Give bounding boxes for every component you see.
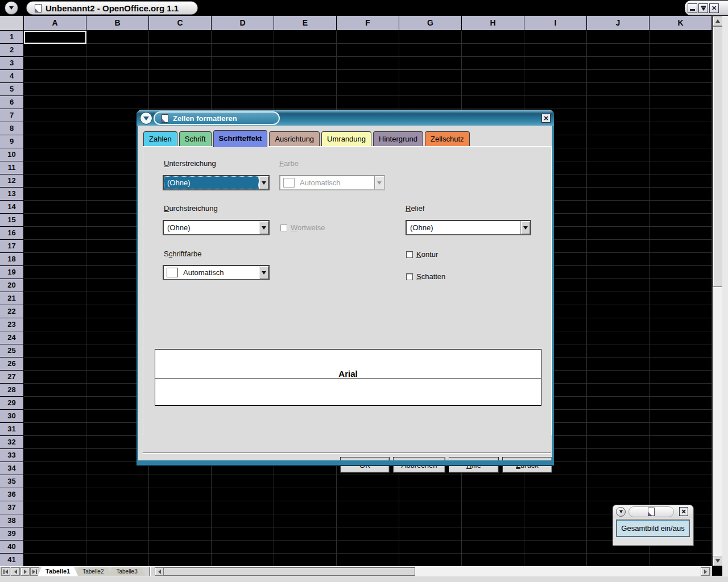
row-header-12[interactable]: 12: [0, 174, 24, 188]
gesamtbild-toggle-button[interactable]: Gesamtbild ein/aus: [616, 519, 690, 537]
tab-schrift[interactable]: Schrift: [179, 131, 212, 146]
document-icon: [35, 4, 42, 13]
scroll-right-button[interactable]: [701, 567, 710, 576]
row-header-37[interactable]: 37: [0, 501, 24, 514]
row-header-7[interactable]: 7: [0, 109, 24, 122]
tab-schrifteffekt[interactable]: Schrifteffekt: [213, 130, 268, 147]
row-header-10[interactable]: 10: [0, 148, 24, 161]
dropdown-arrow-icon[interactable]: [259, 221, 268, 234]
tab-zellschutz[interactable]: Zellschutz: [425, 131, 470, 146]
tab-ausrichtung[interactable]: Ausrichtung: [269, 131, 320, 146]
row-header-35[interactable]: 35: [0, 475, 24, 488]
row-header-39[interactable]: 39: [0, 527, 24, 541]
horizontal-scrollbar-thumb[interactable]: [164, 567, 415, 576]
column-header-C[interactable]: C: [149, 16, 212, 31]
row-header-18[interactable]: 18: [0, 253, 24, 266]
row-header-32[interactable]: 32: [0, 436, 24, 449]
dropdown-arrow-icon[interactable]: [520, 221, 530, 234]
column-header-F[interactable]: F: [337, 16, 399, 31]
scroll-down-button[interactable]: [713, 556, 723, 566]
column-header-I[interactable]: I: [524, 16, 587, 31]
row-header-11[interactable]: 11: [0, 161, 24, 174]
row-header-33[interactable]: 33: [0, 449, 24, 462]
row-header-30[interactable]: 30: [0, 410, 24, 423]
row-header-34[interactable]: 34: [0, 462, 24, 475]
shadow-checkbox[interactable]: Schatten: [406, 272, 445, 281]
row-header-27[interactable]: 27: [0, 371, 24, 384]
scrollbar-divider[interactable]: [149, 567, 150, 576]
column-header-G[interactable]: G: [399, 16, 462, 31]
row-header-40[interactable]: 40: [0, 541, 24, 554]
row-header-20[interactable]: 20: [0, 279, 24, 292]
row-header-41[interactable]: 41: [0, 554, 24, 567]
row-header-29[interactable]: 29: [0, 397, 24, 410]
maximize-button[interactable]: [698, 3, 708, 13]
column-header-A[interactable]: A: [24, 16, 86, 31]
row-header-14[interactable]: 14: [0, 201, 24, 214]
row-header-23[interactable]: 23: [0, 318, 24, 331]
cell-cursor[interactable]: [24, 31, 86, 44]
vertical-scrollbar-thumb[interactable]: [713, 26, 723, 287]
scroll-up-button[interactable]: [713, 16, 723, 26]
select-all-corner[interactable]: [0, 16, 24, 31]
minimize-button[interactable]: [688, 3, 697, 13]
underline-dropdown[interactable]: (Ohne): [163, 175, 270, 190]
row-header-16[interactable]: 16: [0, 227, 24, 240]
row-header-2[interactable]: 2: [0, 44, 24, 57]
dialog-titlebar[interactable]: Zellen formatieren ✕: [136, 110, 554, 126]
row-header-38[interactable]: 38: [0, 514, 24, 527]
row-header-9[interactable]: 9: [0, 135, 24, 148]
tab-umrandung[interactable]: Umrandung: [321, 131, 371, 146]
tab-hintergrund[interactable]: Hintergrund: [373, 131, 423, 146]
column-header-J[interactable]: J: [587, 16, 650, 31]
row-header-24[interactable]: 24: [0, 331, 24, 344]
row-header-5[interactable]: 5: [0, 83, 24, 96]
row-header-17[interactable]: 17: [0, 240, 24, 253]
sheet-tab-tabelle1[interactable]: Tabelle1: [38, 567, 78, 576]
last-sheet-button[interactable]: [30, 567, 39, 576]
row-header-22[interactable]: 22: [0, 305, 24, 318]
float-system-menu-button[interactable]: [616, 507, 626, 517]
system-menu-button[interactable]: [5, 1, 18, 15]
next-sheet-button[interactable]: [20, 567, 30, 576]
dialog-close-button[interactable]: ✕: [541, 114, 551, 123]
row-header-8[interactable]: 8: [0, 122, 24, 135]
row-header-31[interactable]: 31: [0, 423, 24, 436]
column-header-K[interactable]: K: [650, 16, 712, 31]
previous-sheet-button[interactable]: [11, 567, 20, 576]
sheet-tab-tabelle2[interactable]: Tabelle2: [75, 567, 111, 576]
first-sheet-button[interactable]: [1, 567, 10, 576]
column-header-D[interactable]: D: [212, 16, 274, 31]
row-header-36[interactable]: 36: [0, 488, 24, 501]
row-header-3[interactable]: 3: [0, 57, 24, 70]
font-color-dropdown[interactable]: Automatisch: [163, 265, 270, 280]
row-header-26[interactable]: 26: [0, 357, 24, 371]
close-button[interactable]: ✕: [709, 3, 719, 13]
row-header-15[interactable]: 15: [0, 214, 24, 227]
dropdown-arrow-icon[interactable]: [259, 176, 268, 189]
row-header-25[interactable]: 25: [0, 344, 24, 357]
relief-dropdown[interactable]: (Ohne): [406, 220, 531, 235]
dropdown-arrow-icon[interactable]: [259, 266, 268, 279]
row-header-28[interactable]: 28: [0, 384, 24, 397]
strikethrough-dropdown[interactable]: (Ohne): [163, 220, 270, 235]
scroll-left-button[interactable]: [155, 567, 164, 576]
row-header-21[interactable]: 21: [0, 292, 24, 305]
float-window-titlebar[interactable]: ✕: [613, 505, 693, 518]
row-header-1[interactable]: 1: [0, 31, 24, 44]
row-header-4[interactable]: 4: [0, 70, 24, 83]
column-header-E[interactable]: E: [274, 16, 337, 31]
row-header-6[interactable]: 6: [0, 96, 24, 109]
sheet-tab-bar: Tabelle1Tabelle2Tabelle3: [0, 566, 712, 576]
window-titlebar[interactable]: Unbenannt2 - OpenOffice.org 1.1 ✕: [0, 0, 728, 16]
vertical-scrollbar[interactable]: [712, 16, 722, 566]
tab-zahlen[interactable]: Zahlen: [143, 131, 177, 146]
row-header-19[interactable]: 19: [0, 266, 24, 279]
sheet-tab-tabelle3[interactable]: Tabelle3: [108, 567, 145, 576]
column-header-H[interactable]: H: [462, 16, 524, 31]
float-close-button[interactable]: ✕: [679, 507, 688, 516]
outline-checkbox[interactable]: Kontur: [406, 250, 438, 259]
column-header-B[interactable]: B: [86, 16, 149, 31]
dialog-system-menu-button[interactable]: [140, 112, 152, 124]
row-header-13[interactable]: 13: [0, 188, 24, 201]
